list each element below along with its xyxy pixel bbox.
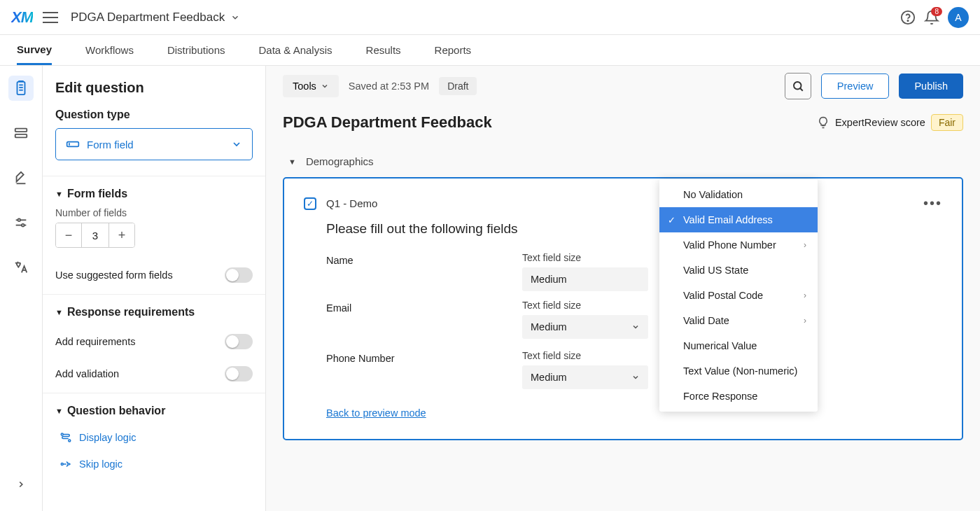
tab-survey[interactable]: Survey bbox=[17, 36, 52, 65]
form-field-icon bbox=[66, 137, 80, 151]
svg-rect-7 bbox=[15, 134, 27, 138]
form-fields-heading[interactable]: ▼Form fields bbox=[55, 188, 253, 200]
notifications-icon[interactable]: 8 bbox=[920, 6, 944, 29]
validation-option[interactable]: No Validation bbox=[659, 182, 818, 207]
chevron-right-icon: › bbox=[804, 316, 806, 326]
tab-workflows[interactable]: Workflows bbox=[85, 36, 134, 64]
back-to-preview-link[interactable]: Back to preview mode bbox=[326, 407, 426, 419]
top-header: XM PDGA Department Feedback 8 A bbox=[0, 0, 980, 35]
block-header[interactable]: ▼ Demographics bbox=[283, 150, 963, 177]
display-logic-icon bbox=[59, 431, 72, 444]
rail-expand-icon[interactable] bbox=[8, 472, 34, 497]
rail-look-feel-icon[interactable] bbox=[8, 165, 34, 190]
saved-timestamp: Saved at 2:53 PM bbox=[349, 80, 429, 92]
svg-rect-6 bbox=[15, 129, 27, 132]
search-button[interactable] bbox=[785, 73, 811, 99]
chevron-right-icon: › bbox=[804, 240, 806, 250]
question-text[interactable]: Please fill out the following fields bbox=[326, 221, 942, 237]
caret-down-icon: ▼ bbox=[55, 190, 63, 198]
question-card[interactable]: ✓ Q1 - Demo ••• Please fill out the foll… bbox=[283, 177, 963, 440]
help-icon[interactable] bbox=[896, 6, 920, 29]
form-fields-grid: Name Text field size Medium Email Text f… bbox=[326, 252, 942, 391]
display-logic-link[interactable]: Display logic bbox=[59, 424, 253, 451]
field-size-select[interactable]: Medium bbox=[522, 365, 648, 389]
stepper-increment[interactable]: + bbox=[109, 223, 134, 247]
project-name-label: PDGA Department Feedback bbox=[71, 10, 225, 24]
primary-tabs: Survey Workflows Distributions Data & An… bbox=[0, 35, 980, 66]
validation-option[interactable]: Text Value (Non-numeric) bbox=[659, 358, 818, 384]
validation-option[interactable]: Valid Postal Code› bbox=[659, 283, 818, 308]
suggested-fields-toggle[interactable] bbox=[225, 267, 253, 283]
field-label[interactable]: Phone Number bbox=[326, 350, 508, 364]
add-validation-toggle[interactable] bbox=[225, 366, 253, 382]
tab-reports[interactable]: Reports bbox=[435, 36, 472, 64]
survey-builder-main: Tools Saved at 2:53 PM Draft Preview Pub… bbox=[266, 66, 980, 511]
preview-button[interactable]: Preview bbox=[821, 74, 890, 99]
block-name: Demographics bbox=[306, 155, 374, 167]
suggested-fields-label: Use suggested form fields bbox=[55, 270, 173, 281]
tools-dropdown[interactable]: Tools bbox=[283, 75, 339, 97]
text-size-header: Text field size bbox=[522, 252, 662, 263]
num-fields-label: Number of fields bbox=[55, 207, 253, 218]
text-size-header: Text field size bbox=[522, 300, 662, 311]
tab-distributions[interactable]: Distributions bbox=[167, 36, 225, 64]
validation-option[interactable]: Valid Email Address bbox=[659, 207, 818, 232]
field-size-select[interactable]: Medium bbox=[522, 315, 648, 339]
field-label[interactable]: Name bbox=[326, 252, 508, 266]
svg-point-12 bbox=[22, 224, 24, 227]
rail-translate-icon[interactable] bbox=[8, 255, 34, 280]
question-block: ▼ Demographics ✓ Q1 - Demo ••• Please fi… bbox=[283, 150, 963, 440]
lightbulb-icon bbox=[817, 116, 830, 129]
builder-toolbar: Tools Saved at 2:53 PM Draft Preview Pub… bbox=[266, 66, 980, 106]
add-requirements-label: Add requirements bbox=[55, 336, 135, 347]
add-requirements-toggle[interactable] bbox=[225, 334, 253, 349]
svg-point-0 bbox=[902, 10, 914, 23]
xm-logo: XM bbox=[11, 8, 33, 27]
project-name-dropdown[interactable]: PDGA Department Feedback bbox=[71, 10, 240, 24]
validation-option[interactable]: Valid Date› bbox=[659, 308, 818, 333]
rail-flow-icon[interactable] bbox=[8, 120, 34, 146]
main-menu-icon[interactable] bbox=[43, 12, 58, 23]
chevron-down-icon bbox=[631, 373, 640, 382]
field-label[interactable]: Email bbox=[326, 300, 508, 314]
stepper-decrement[interactable]: − bbox=[56, 223, 81, 247]
rail-options-icon[interactable] bbox=[8, 210, 34, 235]
svg-point-16 bbox=[69, 440, 71, 442]
chevron-down-icon bbox=[231, 139, 242, 150]
svg-rect-13 bbox=[67, 142, 79, 147]
notification-badge: 8 bbox=[931, 7, 942, 16]
validation-option[interactable]: Valid Phone Number› bbox=[659, 232, 818, 258]
question-behavior-heading[interactable]: ▼Question behavior bbox=[55, 405, 253, 417]
question-checkbox[interactable]: ✓ bbox=[304, 197, 316, 210]
validation-option[interactable]: Valid US State bbox=[659, 258, 818, 283]
survey-title: PDGA Department Feedback bbox=[283, 113, 492, 132]
expert-review-score-badge[interactable]: Fair bbox=[931, 114, 963, 131]
svg-point-1 bbox=[907, 20, 908, 20]
survey-title-row: PDGA Department Feedback ExpertReview sc… bbox=[266, 106, 980, 144]
field-size-select[interactable]: Medium bbox=[522, 267, 648, 291]
svg-point-10 bbox=[18, 219, 20, 222]
tab-data-analysis[interactable]: Data & Analysis bbox=[258, 36, 332, 64]
response-req-heading[interactable]: ▼Response requirements bbox=[55, 306, 253, 318]
question-id: Q1 - Demo bbox=[326, 197, 377, 209]
edit-question-panel: Edit question Question type Form field ▼… bbox=[42, 66, 266, 511]
expert-review-label: ExpertReview score bbox=[835, 117, 925, 128]
validation-dropdown-menu: No Validation Valid Email Address Valid … bbox=[659, 179, 818, 412]
validation-option[interactable]: Force Response bbox=[659, 384, 818, 409]
chevron-down-icon bbox=[321, 82, 329, 90]
tab-results[interactable]: Results bbox=[366, 36, 401, 64]
svg-point-17 bbox=[61, 463, 63, 465]
draft-status-badge: Draft bbox=[439, 77, 477, 95]
skip-logic-link[interactable]: Skip logic bbox=[59, 451, 253, 477]
question-type-value: Form field bbox=[87, 139, 134, 150]
num-fields-stepper: − 3 + bbox=[55, 223, 135, 248]
validation-option[interactable]: Numerical Value bbox=[659, 333, 818, 358]
chevron-right-icon: › bbox=[804, 290, 806, 300]
publish-button[interactable]: Publish bbox=[899, 74, 963, 99]
question-type-select[interactable]: Form field bbox=[55, 128, 253, 160]
user-avatar[interactable]: A bbox=[948, 7, 969, 28]
rail-builder-icon[interactable] bbox=[8, 76, 34, 101]
question-more-menu[interactable]: ••• bbox=[923, 195, 942, 211]
caret-down-icon: ▼ bbox=[288, 158, 296, 166]
svg-line-19 bbox=[800, 88, 803, 91]
